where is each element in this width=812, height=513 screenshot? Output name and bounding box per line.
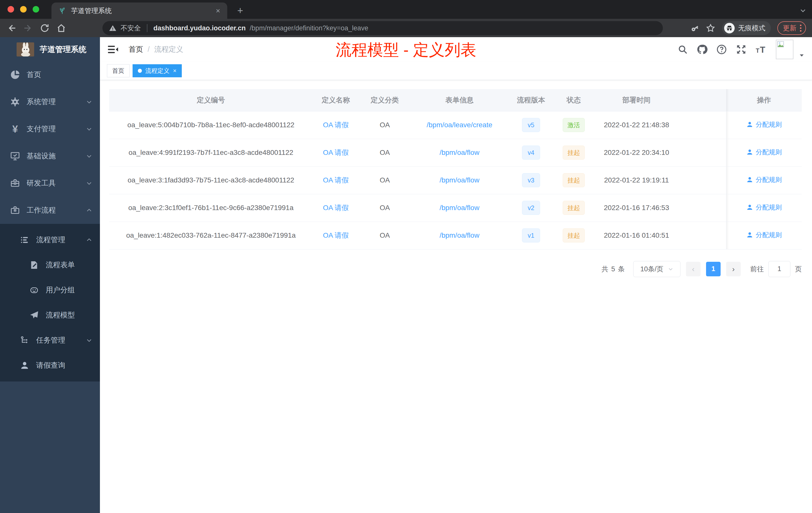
window-minimize-button[interactable] [20,6,27,12]
action-cell: 分配规则 [726,167,802,194]
sidebar-item-workflow[interactable]: 工作流程 [0,197,100,224]
sidebar-item-task-management[interactable]: 任务管理 [0,328,100,353]
version-tag[interactable]: v4 [522,146,540,160]
table-row: oa_leave:4:991f2193-7b7f-11ec-a3c8-acde4… [109,139,802,167]
sidebar-item-leave-query[interactable]: 请假查询 [0,353,100,378]
assign-rule-link[interactable]: 分配规则 [746,203,782,212]
reload-icon[interactable] [40,23,50,33]
form-info-link[interactable]: /bpm/oa/flow [440,176,480,184]
definition-name-link[interactable]: OA 请假 [323,204,349,212]
col-action: 操作 [726,89,802,111]
security-label[interactable]: 不安全 [120,24,141,33]
incognito-label: 无痕模式 [738,24,765,33]
tab-close-icon[interactable]: × [216,7,220,14]
user-icon [19,361,30,370]
tag-process-definition[interactable]: 流程定义 × [133,64,182,77]
definition-name-link[interactable]: OA 请假 [323,232,349,239]
update-label: 更新 [783,24,796,33]
caret-down-icon[interactable] [799,52,805,59]
version-tag[interactable]: v2 [522,201,540,215]
sidebar-item-process-management[interactable]: 流程管理 [0,228,100,252]
version-tag[interactable]: v5 [522,118,540,132]
sidebar-item-process-model[interactable]: 流程模型 [0,303,100,328]
form-info-link[interactable]: /bpm/oa/flow [440,149,480,156]
github-icon[interactable] [696,44,707,55]
assign-rule-link[interactable]: 分配规则 [746,175,782,184]
sidebar-item-system[interactable]: 系统管理 [0,88,100,116]
back-icon[interactable] [6,23,17,33]
assign-rule-link[interactable]: 分配规则 [746,120,782,129]
window-controls[interactable] [7,6,39,12]
sidebar-item-devtools[interactable]: 研发工具 [0,170,100,197]
page-content: 定义编号 定义名称 定义分类 表单信息 流程版本 状态 部署时间 操作 oa_l… [100,80,812,277]
window-close-button[interactable] [7,6,14,12]
avatar[interactable] [776,40,793,59]
current-page-button[interactable]: 1 [706,262,721,276]
user-icon [746,121,753,128]
prev-page-button[interactable]: ‹ [686,262,700,276]
page-size-select[interactable]: 10条/页 [633,261,680,277]
status-tag: 挂起 [563,173,585,187]
action-cell: 分配规则 [726,221,802,249]
search-icon[interactable] [677,44,688,55]
workflow-submenu: 流程管理 流程表单 用户分组 流程模型 任 [0,224,100,382]
sidebar-item-process-form[interactable]: 流程表单 [0,252,100,278]
definition-name-link[interactable]: OA 请假 [323,149,349,156]
form-info-link[interactable]: /bpm/oa/flow [440,232,480,239]
sidebar-item-infrastructure[interactable]: 基础设施 [0,143,100,170]
forward-icon[interactable] [23,23,33,33]
page-unit-label: 页 [795,265,802,274]
sidebar-logo[interactable]: 芋道管理系统 [0,37,100,61]
bookmark-star-icon[interactable] [705,23,716,33]
window-zoom-button[interactable] [33,6,39,12]
breadcrumb-home[interactable]: 首页 [128,44,143,55]
toolbar-right: 无痕模式 更新 [690,19,812,37]
definition-name-link[interactable]: OA 请假 [323,176,349,184]
tag-home[interactable]: 首页 [107,64,129,77]
home-icon[interactable] [56,23,66,33]
browser-tab[interactable]: 芋道管理系统 × [52,2,227,19]
form-info-link[interactable]: /bpm/oa/flow [440,204,480,212]
tab-search-chevron-icon[interactable] [800,7,807,14]
url-domain[interactable]: dashboard.yudao.iocoder.cn [153,24,246,32]
monitor-icon [9,151,21,161]
assign-rule-link[interactable]: 分配规则 [746,148,782,157]
definition-id-cell: oa_leave:1:482ec033-762a-11ec-8477-a2380… [109,221,313,249]
help-icon[interactable] [716,44,727,55]
sidebar-item-payment[interactable]: ¥ 支付管理 [0,116,100,143]
table-row: oa_leave:1:482ec033-762a-11ec-8477-a2380… [109,221,802,249]
deploy-time-cell: 2022-01-16 17:46:53 [594,194,679,221]
table-row: oa_leave:3:1fad3d93-7b75-11ec-a3c8-acde4… [109,167,802,194]
table-row: oa_leave:5:004b710b-7b8a-11ec-8ef0-acde4… [109,111,802,139]
tag-close-icon[interactable]: × [173,67,176,74]
sidebar-collapse-icon[interactable] [108,45,118,54]
goto-page-input[interactable] [768,261,790,277]
sidebar-item-user-group[interactable]: 用户分组 [0,278,100,303]
version-tag[interactable]: v1 [522,229,540,242]
spacer-cell [679,221,726,249]
definition-category-cell: OA [359,111,410,139]
url-bar[interactable]: 不安全 dashboard.yudao.iocoder.cn/bpm/manag… [103,21,663,35]
new-tab-button[interactable]: + [237,5,243,16]
url-path[interactable]: /bpm/manager/definition?key=oa_leave [250,24,368,32]
definition-name-link[interactable]: OA 请假 [323,121,349,129]
sidebar-item-home[interactable]: 首页 [0,61,100,88]
fullscreen-icon[interactable] [736,44,747,55]
font-size-icon[interactable]: TT [755,44,767,55]
active-tag-dot [138,69,142,73]
chevron-down-icon [86,126,92,132]
password-key-icon[interactable] [690,23,699,33]
favicon-plant-icon [58,7,66,14]
assign-rule-link[interactable]: 分配规则 [746,231,782,239]
version-tag[interactable]: v3 [522,173,540,187]
warning-triangle-icon[interactable] [109,24,116,32]
browser-titlebar: 芋道管理系统 × + [0,0,812,19]
spacer-cell [679,167,726,194]
pagination-total: 共 5 条 [602,265,625,274]
next-page-button[interactable]: › [726,262,741,276]
tab-title: 芋道管理系统 [71,6,211,15]
form-info-link[interactable]: /bpm/oa/leave/create [427,121,492,129]
browser-update-menu-button[interactable]: 更新 [777,21,806,35]
col-definition-name: 定义名称 [313,89,359,111]
incognito-badge[interactable]: 无痕模式 [722,21,771,35]
